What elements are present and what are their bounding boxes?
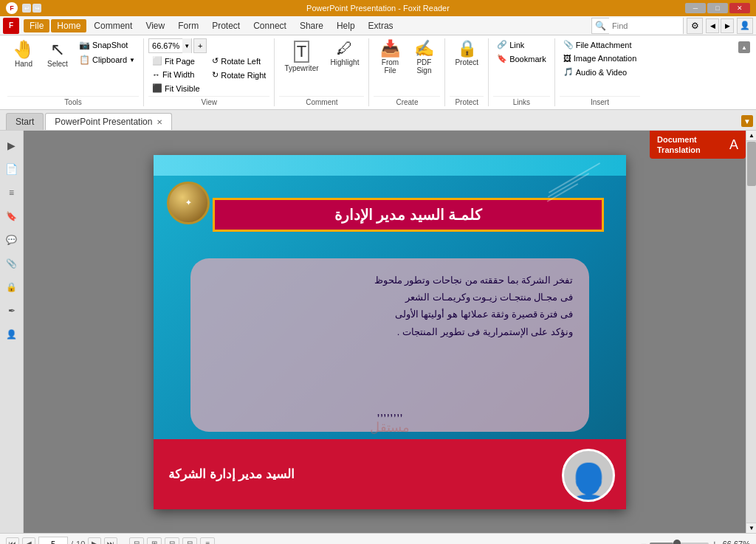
copy-page-btn[interactable]: ⊟ xyxy=(129,537,144,545)
zoom-slider-thumb[interactable] xyxy=(673,540,681,545)
fit-page-btn[interactable]: ⬜ Fit Page xyxy=(148,55,207,67)
camera-icon: 📷 xyxy=(79,40,90,50)
hand-tool-btn[interactable]: 🤚 Hand xyxy=(7,38,40,70)
last-page-btn[interactable]: ⏭ xyxy=(104,537,117,545)
menu-form[interactable]: Form xyxy=(172,19,205,32)
menu-view[interactable]: View xyxy=(140,19,171,32)
menu-comment[interactable]: Comment xyxy=(88,19,138,32)
link-icon: 🔗 xyxy=(497,40,507,49)
search-icon: 🔍 xyxy=(592,21,609,31)
zoom-out-btn[interactable]: − xyxy=(641,538,647,545)
tab-close-btn[interactable]: ✕ xyxy=(157,118,162,126)
next-page-btn[interactable]: ▶ xyxy=(88,537,101,545)
sidebar-expand-btn[interactable]: ▶ xyxy=(3,137,21,154)
undo-btn[interactable]: ↩ xyxy=(22,4,31,13)
scroll-up-btn[interactable]: ▲ xyxy=(746,131,756,141)
tab-start[interactable]: Start xyxy=(6,113,44,130)
menu-protect[interactable]: Protect xyxy=(206,19,246,32)
sidebar-bookmark-btn[interactable]: 🔖 xyxy=(3,207,21,225)
bookmark-icon: 🔖 xyxy=(497,54,507,63)
sidebar-attachment-btn[interactable]: 📎 xyxy=(3,255,21,272)
scroll-track xyxy=(746,141,756,523)
menu-home[interactable]: Home xyxy=(51,19,86,32)
menu-share[interactable]: Share xyxy=(294,19,329,32)
sidebar-comment-btn[interactable]: 💬 xyxy=(3,231,21,249)
clipboard-btn[interactable]: 📋 Clipboard ▼ xyxy=(75,53,139,66)
document-translation-panel[interactable]: DocumentTranslation A xyxy=(650,131,746,159)
avatar-person-icon: 👤 xyxy=(565,464,613,502)
pdf-sign-btn[interactable]: ✍ PDFSign xyxy=(408,38,440,77)
menu-extras[interactable]: Extras xyxy=(362,19,399,32)
tab-powerpoint-label: PowerPoint Presentation xyxy=(55,117,152,127)
sidebar-layers-btn[interactable]: ≡ xyxy=(3,184,21,202)
cursor-icon: ↖ xyxy=(50,41,65,58)
vertical-scrollbar[interactable]: ▲ ▼ xyxy=(746,131,756,533)
bookmark-btn[interactable]: 🔖 Bookmark xyxy=(493,52,550,65)
app-logo: F xyxy=(3,18,19,34)
restore-btn[interactable]: □ xyxy=(707,3,728,13)
insert-label: Insert xyxy=(560,96,641,106)
scroll-view-btn[interactable]: ≡ xyxy=(200,537,215,545)
scroll-thumb[interactable] xyxy=(747,142,756,186)
protect-label: Protect xyxy=(450,96,484,106)
grid-view-btn[interactable]: ⊞ xyxy=(147,537,162,545)
first-page-btn[interactable]: ⏮ xyxy=(6,537,19,545)
zoom-dropdown[interactable]: 66.67% ▼ xyxy=(148,38,192,53)
user-account-btn[interactable]: 👤 xyxy=(737,18,753,34)
collapse-ribbon-btn[interactable]: ▲ xyxy=(738,41,750,53)
select-tool-btn[interactable]: ↖ Select xyxy=(41,38,74,70)
snapshot-btn[interactable]: 📷 SnapShot xyxy=(75,38,139,52)
zoom-dropdown-arrow[interactable]: ▼ xyxy=(182,38,191,53)
audio-video-btn[interactable]: 🎵 Audio & Video xyxy=(560,66,641,78)
minimize-btn[interactable]: ─ xyxy=(685,3,706,13)
fit-width-btn[interactable]: ↔ Fit Width xyxy=(148,69,207,80)
zoom-in-btn[interactable]: + xyxy=(193,38,207,53)
sidebar-page-btn[interactable]: 📄 xyxy=(3,160,21,178)
comment-label: Comment xyxy=(279,96,364,106)
nav-back-btn[interactable]: ◀ xyxy=(706,18,719,33)
clipboard-icon: 📋 xyxy=(79,55,90,65)
zoom-in-status-btn[interactable]: + xyxy=(712,538,718,545)
image-annotation-icon: 🖼 xyxy=(563,54,571,63)
fit-visible-icon: ⬛ xyxy=(152,83,162,93)
current-page-input[interactable] xyxy=(38,537,68,545)
sidebar-sign-btn[interactable]: ✒ xyxy=(3,302,21,320)
status-bar: ⏮ ◀ / 10 ▶ ⏭ ⊟ ⊞ ⊟ ⊟ ≡ − + 66.67% xyxy=(0,533,756,544)
close-btn[interactable]: ✕ xyxy=(729,3,750,13)
slide-footer: السيد مدير إدارة الشركة xyxy=(154,439,626,509)
slide-container: ✦ كلمـة السيد مدير الإدارة تفخر الشركة ب… xyxy=(154,155,626,509)
scroll-down-btn[interactable]: ▼ xyxy=(746,523,756,533)
sidebar-lock-btn[interactable]: 🔒 xyxy=(3,278,21,296)
rotate-left-btn[interactable]: ↺ Rotate Left xyxy=(208,55,269,67)
audio-video-icon: 🎵 xyxy=(563,67,574,77)
menu-connect[interactable]: Connect xyxy=(247,19,292,32)
fit-visible-btn[interactable]: ⬛ Fit Visible xyxy=(148,82,207,94)
tab-powerpoint[interactable]: PowerPoint Presentation ✕ xyxy=(45,113,172,130)
window-title: PowerPoint Presentation - Foxit Reader xyxy=(306,4,450,13)
rotate-right-btn[interactable]: ↻ Rotate Right xyxy=(208,69,269,81)
from-file-btn[interactable]: 📥 FromFile xyxy=(374,38,406,77)
highlight-btn[interactable]: 🖊 Highlight xyxy=(326,38,365,69)
panel-collapse-btn[interactable]: ▼ xyxy=(741,115,753,127)
file-attachment-btn[interactable]: 📎 File Attachment xyxy=(560,38,641,51)
nav-forward-btn[interactable]: ▶ xyxy=(721,18,734,33)
link-btn[interactable]: 🔗 Link xyxy=(493,38,550,51)
sidebar-user-btn[interactable]: 👤 xyxy=(3,326,21,343)
image-annotation-btn[interactable]: 🖼 Image Annotation xyxy=(560,52,641,64)
single-page-btn[interactable]: ⊟ xyxy=(165,537,179,545)
ribbon-group-protect: 🔒 Protect Protect xyxy=(445,38,489,106)
typewriter-btn[interactable]: T Typewriter xyxy=(279,38,323,75)
protect-btn[interactable]: 🔒 Protect xyxy=(450,38,484,69)
slide-avatar: 👤 xyxy=(562,449,615,502)
search-settings-btn[interactable]: ⚙ xyxy=(687,18,703,34)
menu-file[interactable]: File xyxy=(24,19,49,32)
two-page-btn[interactable]: ⊟ xyxy=(182,537,197,545)
redo-btn[interactable]: ↪ xyxy=(32,4,41,13)
search-input[interactable] xyxy=(609,18,683,34)
menu-help[interactable]: Help xyxy=(331,19,361,32)
tab-bar: Start PowerPoint Presentation ✕ ▼ xyxy=(0,110,756,131)
prev-page-btn[interactable]: ◀ xyxy=(22,537,35,545)
sidebar-left: ▶ 📄 ≡ 🔖 💬 📎 🔒 ✒ 👤 xyxy=(0,131,24,533)
translation-icon: A xyxy=(729,137,738,153)
protect-icon: 🔒 xyxy=(457,41,477,57)
